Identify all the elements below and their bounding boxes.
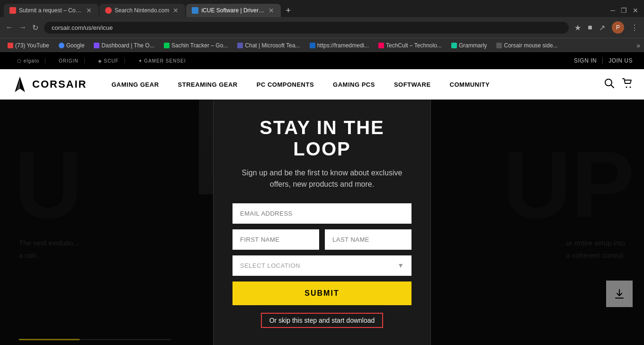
svg-point-5 [630, 86, 631, 88]
nav-actions [604, 78, 633, 91]
sachin-favicon [164, 43, 170, 48]
bookmark-corsair-mouse-label: Corsair mouse side... [504, 42, 557, 49]
bookmark-sachin[interactable]: Sachin Tracker – Go... [160, 41, 232, 50]
corsair-top-bar: ⬡ elgato ORIGIN ◈ SCUF ✦ GAMER SENSEI SI… [0, 52, 644, 69]
nav-menu: GAMING GEAR STREAMING GEAR PC COMPONENTS… [102, 69, 604, 100]
extensions-button[interactable]: ■ [586, 21, 594, 34]
location-select-wrapper: SELECT LOCATION United States United Kin… [233, 255, 411, 276]
nav-pc-components[interactable]: PC COMPONENTS [247, 69, 323, 100]
bookmark-dashboard-label: Dashboard | The O... [101, 42, 154, 49]
submit-button[interactable]: SUBMIT [233, 281, 411, 305]
back-button[interactable]: ← [4, 21, 15, 34]
name-row [233, 229, 411, 250]
nav-software[interactable]: SOFTWARE [385, 69, 440, 100]
modal-subtitle: Sign up and be the first to know about e… [233, 167, 411, 190]
minimize-button[interactable]: ─ [608, 5, 617, 16]
first-name-input[interactable] [233, 229, 319, 250]
bookmark-techcult[interactable]: TechCult – Technolo... [375, 41, 446, 50]
sign-in-button[interactable]: SIGN IN [574, 57, 603, 64]
tab-favicon-icue [192, 7, 198, 14]
corsair-logo-text: CORSAIR [32, 78, 87, 91]
bookmark-teams[interactable]: Chat | Microsoft Tea... [233, 41, 304, 50]
search-icon [604, 78, 615, 89]
bookmarks-more-button[interactable]: » [636, 42, 640, 49]
maximize-button[interactable]: ❐ [619, 5, 629, 16]
browser-chrome: Submit a request – Corsair ✕ Search Nint… [0, 0, 644, 52]
bookmark-grammarly-label: Grammarly [459, 42, 487, 49]
tab-favicon-nintendo [105, 7, 112, 14]
location-select[interactable]: SELECT LOCATION United States United Kin… [233, 255, 411, 276]
bookmark-google[interactable]: Google [55, 41, 89, 50]
framed-favicon [310, 43, 315, 48]
grammarly-favicon [451, 43, 457, 48]
skip-link-container: Or skip this step and start download [233, 313, 411, 328]
bookmark-corsair-mouse[interactable]: Corsair mouse side... [492, 41, 561, 50]
last-name-input[interactable] [325, 229, 411, 250]
techcult-favicon [378, 43, 384, 48]
tab-nintendo[interactable]: Search Nintendo.com ✕ [99, 4, 185, 17]
reload-button[interactable]: ↻ [30, 21, 40, 34]
tab-close-nintendo[interactable]: ✕ [172, 7, 179, 14]
cart-icon [622, 78, 633, 89]
address-bar: ← → ↻ ★ ■ ↗ P ⋮ [0, 17, 644, 38]
modal-title: STAY IN THE LOOP [233, 117, 411, 160]
bookmarks-bar: (73) YouTube Google Dashboard | The O...… [0, 38, 644, 52]
svg-point-4 [626, 86, 627, 88]
elgato-brand[interactable]: ⬡ elgato [11, 58, 45, 64]
email-field-group [233, 203, 411, 224]
bookmark-youtube[interactable]: (73) YouTube [4, 41, 53, 50]
dashboard-favicon [94, 43, 99, 48]
tab-bar: Submit a request – Corsair ✕ Search Nint… [0, 0, 644, 17]
scuf-brand[interactable]: ◈ SCUF [92, 58, 125, 64]
origin-brand[interactable]: ORIGIN [53, 58, 85, 64]
corsair-logo[interactable]: CORSAIR [11, 76, 87, 93]
corsair-navbar: CORSAIR GAMING GEAR STREAMING GEAR PC CO… [0, 69, 644, 100]
top-bar-actions: SIGN IN JOIN US [574, 57, 633, 64]
bookmark-dashboard[interactable]: Dashboard | The O... [90, 41, 158, 50]
tab-favicon [9, 7, 16, 14]
bookmark-page-button[interactable]: ★ [572, 21, 583, 34]
tab-close-btn[interactable]: ✕ [85, 7, 93, 14]
bookmark-google-label: Google [66, 42, 85, 49]
nav-community[interactable]: COMMUNITY [440, 69, 500, 100]
svg-line-3 [611, 85, 614, 88]
tab-submit-request[interactable]: Submit a request – Corsair ✕ [4, 4, 98, 17]
tab-label-icue: iCUE Software | Drivers | Softwa... [201, 7, 265, 14]
nav-streaming-gear[interactable]: STREAMING GEAR [169, 69, 247, 100]
tab-label-nintendo: Search Nintendo.com [115, 7, 169, 14]
skip-download-link[interactable]: Or skip this step and start download [261, 313, 384, 328]
main-content-area: U UP The next evolutio...a coh... ...ur … [0, 100, 644, 345]
bookmark-teams-label: Chat | Microsoft Tea... [245, 42, 300, 49]
cart-button[interactable] [622, 78, 633, 91]
close-button[interactable]: ✕ [631, 5, 640, 16]
gamer-sensei-brand[interactable]: ✦ GAMER SENSEI [133, 58, 192, 64]
bookmark-framed[interactable]: https://framedmedi... [306, 41, 373, 50]
menu-button[interactable]: ⋮ [629, 21, 640, 34]
teams-favicon [237, 43, 243, 48]
bookmark-sachin-label: Sachin Tracker – Go... [171, 42, 228, 49]
tab-icue[interactable]: iCUE Software | Drivers | Softwa... ✕ [186, 4, 281, 17]
profile-button[interactable]: P [610, 19, 626, 36]
share-button[interactable]: ↗ [597, 21, 607, 34]
join-us-button[interactable]: JOIN US [608, 57, 633, 64]
bookmark-grammarly[interactable]: Grammarly [447, 41, 491, 50]
url-input[interactable] [44, 22, 569, 34]
newsletter-modal: STAY IN THE LOOP Sign up and be the firs… [213, 100, 431, 345]
top-bar-brands: ⬡ elgato ORIGIN ◈ SCUF ✦ GAMER SENSEI [11, 58, 192, 64]
profile-avatar: P [612, 21, 624, 34]
bookmark-youtube-label: (73) YouTube [15, 42, 49, 49]
nav-gaming-pcs[interactable]: GAMING PCs [323, 69, 385, 100]
forward-button[interactable]: → [17, 21, 28, 34]
nav-gaming-gear[interactable]: GAMING GEAR [102, 69, 168, 100]
bookmark-framed-label: https://framedmedi... [317, 42, 369, 49]
tab-close-icue[interactable]: ✕ [268, 7, 275, 14]
youtube-favicon [8, 43, 13, 48]
google-favicon [59, 43, 64, 48]
tab-label: Submit a request – Corsair [19, 7, 82, 14]
search-button[interactable] [604, 78, 615, 91]
new-tab-button[interactable]: + [282, 6, 295, 16]
modal-overlay: STAY IN THE LOOP Sign up and be the firs… [0, 100, 644, 345]
email-input[interactable] [233, 203, 411, 224]
corsair-mouse-favicon [496, 43, 502, 48]
corsair-logo-icon [11, 76, 28, 93]
